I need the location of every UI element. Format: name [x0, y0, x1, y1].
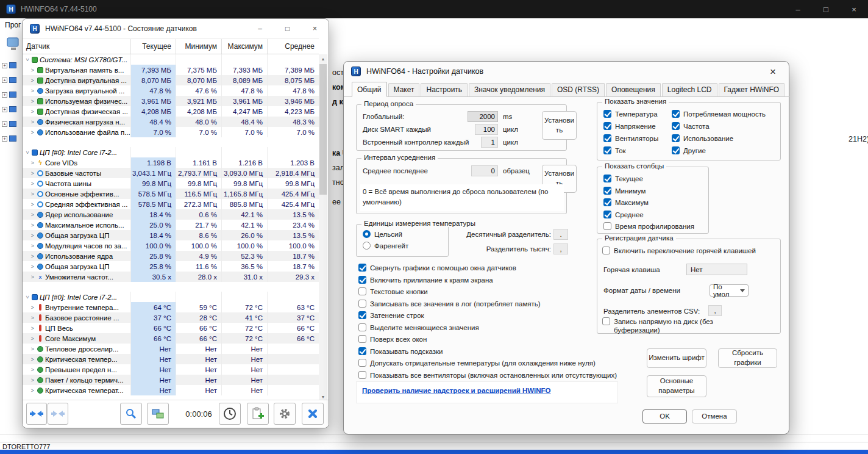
close-sensors-button[interactable]	[302, 403, 324, 425]
decimal-separator-field[interactable]: .	[553, 229, 568, 240]
expand-arrow-icon[interactable]: >	[30, 377, 35, 383]
sensor-group-row[interactable]: >ЦП [#0]: Intel Core i7-2...	[23, 292, 319, 302]
sensor-row[interactable]: >Общая загрузка ЦП25.8 %11.6 %36.5 %18.7…	[23, 261, 319, 272]
polling-value-field[interactable]: 2000	[468, 111, 498, 122]
sensor-row[interactable]: >Использование ядра25.8 %4.9 %52.3 %18.7…	[23, 251, 319, 261]
checkbox[interactable]	[358, 371, 366, 379]
sensor-row[interactable]: >Пакет / кольцо термич...НетНетНет	[23, 375, 319, 385]
nav-arrows-disabled-button[interactable]	[48, 403, 68, 425]
settings-tab[interactable]: Макет	[388, 83, 420, 96]
main-parameters-button[interactable]: Основные параметры	[647, 375, 706, 397]
checkbox[interactable]	[603, 222, 611, 230]
expand-arrow-icon[interactable]: >	[30, 274, 35, 280]
expand-plus-icon[interactable]: +	[2, 136, 7, 142]
sensor-row[interactable]: >Тепловое дросселир...НетНетНет	[23, 344, 319, 354]
tree-node-fragment[interactable]: +	[2, 135, 16, 142]
check-addons-link[interactable]: Проверить наличие надстроек и расширений…	[362, 387, 551, 394]
sensor-row[interactable]: >Максимальное исполь...25.0 %21.7 %42.1 …	[23, 220, 319, 230]
hotkey-toggle-checkbox[interactable]	[602, 247, 610, 254]
settings-tab[interactable]: Оповещения	[606, 83, 661, 96]
sensor-row[interactable]: >Критическая темпер...НетНетНет	[23, 354, 319, 364]
sensor-row[interactable]: >ϟCore VIDs1.198 В1.161 В1.216 В1.203 В	[23, 157, 319, 168]
checkbox[interactable]	[672, 122, 680, 130]
settings-button[interactable]	[274, 403, 296, 425]
expand-arrow-icon[interactable]: >	[30, 304, 35, 311]
settings-tab[interactable]: Logitech LCD	[662, 83, 717, 96]
change-font-button[interactable]: Изменить шрифт	[647, 348, 706, 368]
radio-button[interactable]	[363, 230, 371, 238]
minimize-button[interactable]: –	[246, 19, 274, 38]
expand-plus-icon[interactable]: +	[2, 92, 7, 98]
main-menu-fragment[interactable]: Прог	[5, 21, 21, 29]
expand-arrow-icon[interactable]: >	[30, 336, 35, 342]
hotkey-field[interactable]: Нет	[686, 264, 747, 275]
csv-separator-field[interactable]: ,	[708, 305, 722, 316]
column-header-average[interactable]: Среднее	[268, 39, 319, 54]
expand-arrow-icon[interactable]: >	[30, 243, 35, 249]
checkbox[interactable]	[603, 134, 611, 142]
minimize-button[interactable]: –	[784, 0, 812, 18]
sensor-row[interactable]: >Основные эффектив...578.5 МГц116.5 МГц1…	[23, 189, 319, 199]
expand-arrow-icon[interactable]: >	[30, 387, 35, 394]
checkbox[interactable]	[358, 287, 366, 295]
expand-arrow-icon[interactable]: >	[30, 67, 35, 73]
polling-value-field[interactable]: 1	[481, 137, 498, 148]
expand-plus-icon[interactable]: +	[2, 107, 7, 112]
sensor-row[interactable]: >Загрузка виртуальной ...47.8 %47.6 %47.…	[23, 85, 319, 96]
expand-arrow-icon[interactable]: >	[30, 346, 35, 352]
column-header-maximum[interactable]: Максимум	[222, 39, 268, 54]
sensor-row[interactable]: >Базовое расстояние ...37 °C28 °C41 °C37…	[23, 312, 319, 323]
expand-arrow-icon[interactable]: >	[30, 367, 35, 373]
thousands-separator-field[interactable]: ,	[553, 243, 568, 254]
checkbox[interactable]	[672, 146, 680, 154]
expand-arrow-icon[interactable]: >	[30, 222, 35, 228]
tree-node-fragment[interactable]: +	[2, 106, 16, 112]
sensor-row[interactable]: >Критическая температ...НетНетНет	[23, 385, 319, 395]
checkbox[interactable]	[603, 211, 611, 218]
sensor-row[interactable]: >Превышен предел н...НетНетНет	[23, 364, 319, 375]
sensor-row[interactable]: >Используемая физичес...3,961 МБ3,921 МБ…	[23, 96, 319, 106]
checkbox[interactable]	[358, 335, 366, 343]
main-toolbar-icon[interactable]	[6, 35, 21, 54]
sensor-scan-button[interactable]	[120, 403, 142, 425]
close-button[interactable]: ×	[763, 65, 783, 79]
averaging-value-field[interactable]: 0	[471, 165, 498, 176]
expand-arrow-icon[interactable]: >	[30, 98, 35, 104]
checkbox[interactable]	[358, 264, 366, 272]
column-header-minimum[interactable]: Минимум	[176, 39, 222, 54]
direct-write-checkbox[interactable]	[602, 317, 610, 325]
expand-arrow-icon[interactable]: >	[30, 315, 35, 321]
checkbox[interactable]	[603, 198, 611, 206]
vertical-scrollbar[interactable]: ▲ ▼	[319, 54, 327, 401]
close-button[interactable]: ×	[840, 0, 868, 18]
sensor-row[interactable]: >Доступная физическая ...4,208 МБ4,208 М…	[23, 106, 319, 117]
sensor-row[interactable]: >Общая загрузка ЦП18.4 %8.6 %26.0 %13.5 …	[23, 230, 319, 240]
sensor-row[interactable]: >Ядер использование18.4 %0.6 %42.1 %13.5…	[23, 209, 319, 220]
reset-graphs-button[interactable]: Сбросить графики	[718, 348, 777, 368]
checkbox[interactable]	[358, 323, 366, 331]
expand-arrow-icon[interactable]: >	[30, 356, 35, 362]
checkbox[interactable]	[603, 175, 611, 182]
expand-plus-icon[interactable]: +	[2, 77, 7, 83]
expand-arrow-icon[interactable]: >	[30, 181, 35, 187]
cancel-button[interactable]: Отмена	[692, 409, 737, 423]
column-header-current[interactable]: Текущее	[131, 39, 176, 54]
sensor-row[interactable]: >Средняя эффективная ...578.5 МГц272.3 М…	[23, 199, 319, 209]
checkbox[interactable]	[603, 146, 611, 154]
sensor-group-row[interactable]: >ЦП [#0]: Intel Core i7-2...	[23, 147, 319, 157]
copy-report-button[interactable]	[247, 403, 269, 425]
clock-button[interactable]	[219, 403, 241, 425]
expand-plus-icon[interactable]: +	[2, 121, 7, 127]
expand-arrow-icon[interactable]: >	[30, 109, 35, 115]
sensor-row[interactable]: >Базовые частоты3,043.1 МГц2,793.7 МГц3,…	[23, 168, 319, 178]
settings-tab[interactable]: OSD (RTSS)	[552, 83, 605, 96]
sensor-row[interactable]: >Частота шины99.8 МГц99.8 МГц99.8 МГц99.…	[23, 178, 319, 189]
checkbox[interactable]	[603, 187, 611, 195]
checkbox[interactable]	[358, 359, 366, 367]
checkbox[interactable]	[358, 347, 366, 355]
nav-arrows-button[interactable]	[26, 403, 47, 425]
expand-arrow-icon[interactable]: >	[30, 253, 35, 259]
sensor-row[interactable]: >xУмножители частот...30.5 x28.0 x31.0 x…	[23, 272, 319, 282]
ok-button[interactable]: OK	[642, 409, 687, 423]
tree-node-fragment[interactable]: +	[2, 62, 16, 68]
